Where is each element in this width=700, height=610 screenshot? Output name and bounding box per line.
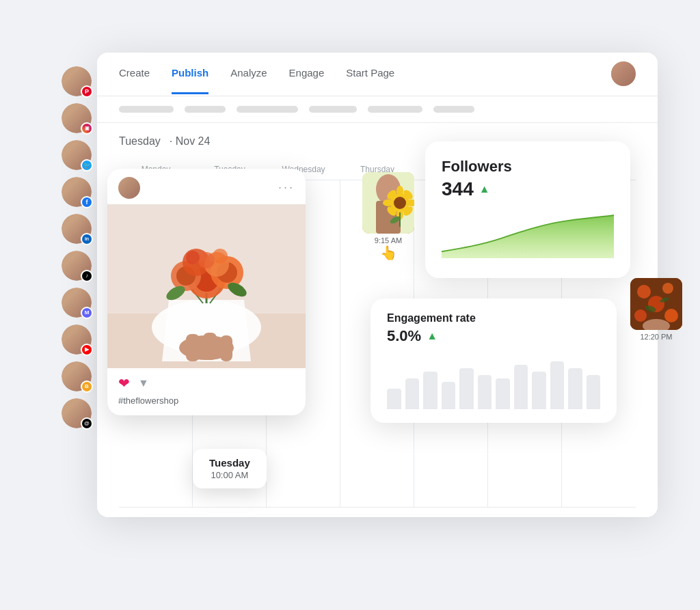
engagement-title: Engagement rate [387,312,600,324]
filter-pill[interactable] [309,106,357,113]
buffer-badge: B [81,380,93,393]
svg-point-32 [383,199,394,206]
calendar-date: · Nov 24 [170,135,211,147]
user-avatar[interactable] [611,61,636,86]
youtube-badge: ▶ [81,344,93,356]
calendar-day: Tuesday [119,135,161,147]
threads-badge: @ [81,417,93,430]
bar-2 [405,378,420,409]
facebook-badge: f [81,196,93,208]
nav-tabs: Create Publish Analyze Engage Start Page [119,53,611,94]
filter-pill[interactable] [237,106,298,113]
bar-3 [423,372,438,409]
tab-analyze[interactable]: Analyze [230,53,267,94]
bar-7 [496,378,510,409]
linkedin-badge: in [81,233,93,245]
tooltip-time: 10:00 AM [209,470,250,480]
mastodon-badge: M [81,307,93,319]
svg-point-29 [394,197,406,209]
thumb-time-915: 9:15 AM [362,236,414,245]
florist-svg [630,278,682,330]
svg-rect-23 [203,333,217,360]
bar-8 [514,365,528,409]
bar-11 [568,368,582,409]
bar-6 [478,375,492,409]
followers-chart [442,211,614,259]
svg-point-43 [662,283,673,294]
svg-rect-24 [220,335,232,361]
post-actions: ❤ ▼ [107,368,306,396]
schedule-tooltip: Tuesday 10:00 AM [193,449,267,488]
thumbnail-1220[interactable]: 12:20 PM [630,278,682,341]
top-nav: Create Publish Analyze Engage Start Page [97,53,658,96]
bar-10 [550,361,565,409]
sidebar-item-facebook[interactable]: f [62,177,92,207]
tab-create[interactable]: Create [119,53,150,94]
post-image [107,204,306,368]
tiktok-badge: ♪ [81,270,93,282]
svg-point-30 [396,186,403,197]
flower-svg [107,204,306,368]
followers-count: 344 ▲ [442,178,614,200]
sunflower-svg [362,172,414,234]
sidebar-accounts: P ▣ 🐦 f in ♪ [62,66,92,428]
filter-pill[interactable] [119,106,174,113]
instagram-badge: ▣ [81,122,93,135]
bar-1 [387,389,401,409]
svg-rect-22 [186,334,200,361]
tooltip-day: Tuesday [209,457,250,469]
thumb-image-915 [362,172,414,234]
sidebar-item-threads[interactable]: @ [62,398,92,428]
engagement-trend-icon: ▲ [427,330,438,342]
pinterest-badge: P [81,85,93,98]
followers-card: Followers 344 ▲ [425,141,630,278]
followers-number: 344 [442,178,474,200]
engagement-rate-value: 5.0% [387,327,421,345]
svg-point-17 [186,251,200,264]
thumb-image-1220 [630,278,682,330]
tab-engage[interactable]: Engage [289,53,325,94]
sidebar-item-youtube[interactable]: ▶ [62,324,92,355]
sidebar-item-twitter[interactable]: 🐦 [62,140,92,170]
engagement-card: Engagement rate 5.0% ▲ [371,299,617,423]
bar-4 [442,382,456,409]
filter-pill[interactable] [368,106,422,113]
post-avatar [118,177,140,199]
sidebar-item-pinterest[interactable]: P [62,66,92,96]
thumb-time-1220: 12:20 PM [630,333,682,341]
post-card: ··· [107,169,306,415]
bar-12 [587,375,601,409]
share-icon[interactable]: ▼ [138,377,149,389]
svg-point-42 [637,285,651,299]
sidebar-item-tiktok[interactable]: ♪ [62,251,92,281]
sidebar-item-instagram[interactable]: ▣ [62,103,92,133]
engagement-rate: 5.0% ▲ [387,327,600,345]
twitter-badge: 🐦 [81,159,93,171]
svg-point-16 [198,252,215,268]
sidebar-item-linkedin[interactable]: in [62,214,92,244]
bar-5 [459,368,474,409]
followers-title: Followers [442,158,614,176]
filter-pill[interactable] [433,106,474,113]
sidebar-item-buffer[interactable]: B [62,361,92,391]
tab-startpage[interactable]: Start Page [346,53,394,94]
svg-point-18 [213,249,228,264]
cursor-icon: 👆 [380,245,397,261]
filter-bar [97,96,658,123]
sidebar: P ▣ 🐦 f in ♪ [42,53,111,517]
followers-trend-icon: ▲ [479,183,490,195]
sidebar-item-mastodon[interactable]: M [62,288,92,318]
post-caption: #theflowershop [107,396,306,415]
engagement-bar-chart [387,355,600,409]
post-header: ··· [107,169,306,204]
post-menu-dots[interactable]: ··· [278,180,295,195]
heart-icon[interactable]: ❤ [118,375,130,391]
svg-point-46 [664,309,678,322]
bar-9 [532,372,546,409]
svg-point-45 [634,309,647,322]
tab-publish[interactable]: Publish [172,53,208,94]
thumbnail-915[interactable]: 9:15 AM 👆 [362,172,414,245]
filter-pill[interactable] [185,106,226,113]
